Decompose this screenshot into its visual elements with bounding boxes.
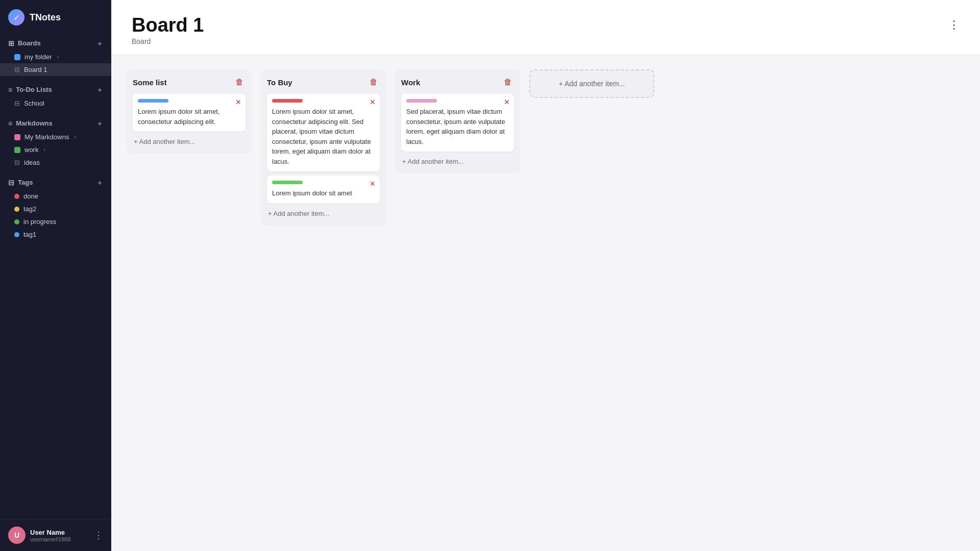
- card-3: ✕ Lorem ipsum dolor sit amet: [267, 176, 380, 204]
- boards-label: Boards: [18, 39, 41, 47]
- card-4-close-button[interactable]: ✕: [504, 98, 510, 106]
- board-icon: ⊟: [14, 66, 20, 73]
- card-2-close-button[interactable]: ✕: [370, 98, 376, 106]
- logo-icon: ✓: [8, 9, 24, 26]
- add-list-button[interactable]: + Add another item...: [529, 69, 654, 98]
- todo-label: To-Do Lists: [16, 86, 52, 93]
- tags-section-header[interactable]: ⊟ Tags +: [0, 175, 111, 190]
- boards-section: ⊞ Boards + my folder › ⊟ Board 1: [0, 33, 111, 79]
- board-menu-button[interactable]: ⋮: [948, 18, 960, 32]
- sidebar-item-ideas[interactable]: ⊟ ideas: [0, 156, 111, 169]
- sidebar-item-done[interactable]: done: [0, 190, 111, 203]
- app-logo[interactable]: ✓ TNotes: [0, 0, 111, 33]
- list-work-title: Work: [401, 78, 420, 87]
- in-progress-dot: [14, 219, 19, 224]
- sidebar-item-tag2-label: tag2: [23, 205, 36, 213]
- markdowns-label: Markdowns: [16, 119, 53, 127]
- avatar: U: [8, 527, 26, 544]
- list-to-buy-add-button[interactable]: + Add another item...: [267, 208, 380, 219]
- card-4-text: Sed placerat, ipsum vitae dictum consect…: [406, 107, 509, 146]
- sidebar-item-tag2[interactable]: tag2: [0, 203, 111, 215]
- sidebar-footer: U User Name username#1888 ⋮: [0, 519, 111, 551]
- tags-add-button[interactable]: +: [96, 178, 103, 187]
- sidebar-item-ideas-label: ideas: [24, 159, 40, 166]
- list-work-add-button[interactable]: + Add another item...: [401, 156, 514, 167]
- card-1-close-button[interactable]: ✕: [235, 98, 241, 106]
- boards-icon: ⊞: [8, 39, 14, 47]
- list-work: Work 🗑 ✕ Sed placerat, ipsum vitae dictu…: [395, 69, 520, 173]
- card-3-text: Lorem ipsum dolor sit amet: [272, 188, 375, 198]
- card-3-tag-bar: [272, 181, 303, 184]
- todo-add-button[interactable]: +: [96, 85, 103, 94]
- card-3-close-button[interactable]: ✕: [370, 180, 376, 188]
- list-to-buy-delete-button[interactable]: 🗑: [368, 77, 380, 88]
- card-4-tag-bar: [406, 99, 437, 103]
- app-name: TNotes: [30, 12, 61, 23]
- markdowns-section: ≡ Markdowns + My Markdowns › work › ⊟ id…: [0, 113, 111, 172]
- sidebar-item-in-progress-label: in progress: [23, 218, 56, 226]
- sidebar-item-my-folder[interactable]: my folder ›: [0, 51, 111, 63]
- markdowns-add-button[interactable]: +: [96, 119, 103, 128]
- page-subtitle: Board: [132, 37, 960, 55]
- sidebar-item-tag1[interactable]: tag1: [0, 228, 111, 241]
- done-dot: [14, 194, 19, 199]
- list-some-list-title: Some list: [133, 78, 167, 87]
- tag2-dot: [14, 207, 19, 212]
- card-1: ✕ Lorem ipsum dolor sit amet, consectetu…: [133, 94, 246, 132]
- list-to-buy: To Buy 🗑 ✕ Lorem ipsum dolor sit amet, c…: [261, 69, 386, 226]
- work-color: [14, 147, 20, 153]
- sidebar-item-my-markdowns-label: My Markdowns: [24, 133, 69, 141]
- ideas-doc-icon: ⊟: [14, 159, 20, 166]
- list-some-list: Some list 🗑 ✕ Lorem ipsum dolor sit amet…: [127, 69, 252, 154]
- sidebar-item-my-markdowns[interactable]: My Markdowns ›: [0, 131, 111, 143]
- card-2-tag-bar: [272, 99, 303, 103]
- tags-icon: ⊟: [8, 179, 14, 187]
- page-header: Board 1 Board ⋮: [111, 0, 980, 55]
- sidebar-item-board1[interactable]: ⊟ Board 1: [0, 63, 111, 76]
- sidebar-item-work[interactable]: work ›: [0, 143, 111, 156]
- card-2: ✕ Lorem ipsum dolor sit amet, consectetu…: [267, 94, 380, 171]
- sidebar-item-in-progress[interactable]: in progress: [0, 215, 111, 228]
- user-handle: username#1888: [30, 536, 71, 542]
- markdowns-icon: ≡: [8, 119, 12, 128]
- user-name: User Name: [30, 529, 71, 536]
- sidebar-item-my-folder-label: my folder: [24, 53, 52, 61]
- list-some-list-delete-button[interactable]: 🗑: [233, 77, 246, 88]
- list-some-list-header: Some list 🗑: [133, 77, 246, 88]
- main-content: Board 1 Board ⋮ Some list 🗑 ✕ Lorem ipsu…: [111, 0, 980, 551]
- sidebar-item-tag1-label: tag1: [23, 231, 36, 238]
- tags-section: ⊟ Tags + done tag2 in progress tag1: [0, 172, 111, 244]
- sidebar-item-done-label: done: [23, 192, 38, 200]
- user-menu-button[interactable]: ⋮: [94, 530, 103, 541]
- markdowns-section-header[interactable]: ≡ Markdowns +: [0, 116, 111, 131]
- add-list-label: + Add another item...: [559, 80, 625, 88]
- card-4: ✕ Sed placerat, ipsum vitae dictum conse…: [401, 94, 514, 152]
- todo-section-header[interactable]: ≡ To-Do Lists +: [0, 82, 111, 97]
- sidebar-item-board1-label: Board 1: [24, 66, 47, 73]
- my-markdowns-color: [14, 134, 20, 140]
- list-work-delete-button[interactable]: 🗑: [502, 77, 514, 88]
- list-some-list-add-button[interactable]: + Add another item...: [133, 136, 246, 147]
- doc-icon: ⊟: [14, 99, 20, 107]
- todo-icon: ≡: [8, 86, 12, 94]
- folder-color-icon: [14, 54, 20, 60]
- boards-section-header[interactable]: ⊞ Boards +: [0, 36, 111, 51]
- sidebar: ✓ TNotes ⊞ Boards + my folder › ⊟ Board …: [0, 0, 111, 551]
- list-work-header: Work 🗑: [401, 77, 514, 88]
- sidebar-item-school[interactable]: ⊟ School: [0, 97, 111, 110]
- list-to-buy-header: To Buy 🗑: [267, 77, 380, 88]
- board-area: Some list 🗑 ✕ Lorem ipsum dolor sit amet…: [111, 55, 980, 551]
- tags-label: Tags: [18, 179, 33, 186]
- sidebar-item-school-label: School: [24, 99, 44, 107]
- list-to-buy-title: To Buy: [267, 78, 292, 87]
- tag1-dot: [14, 232, 19, 237]
- card-1-tag-bar: [138, 99, 168, 103]
- boards-add-button[interactable]: +: [96, 39, 103, 47]
- user-info: U User Name username#1888: [8, 527, 71, 544]
- page-title: Board 1: [132, 14, 960, 36]
- sidebar-item-work-label: work: [24, 146, 38, 154]
- card-2-text: Lorem ipsum dolor sit amet, consectetur …: [272, 107, 375, 166]
- todo-section: ≡ To-Do Lists + ⊟ School: [0, 79, 111, 113]
- card-1-text: Lorem ipsum dolor sit amet, consectetur …: [138, 107, 240, 127]
